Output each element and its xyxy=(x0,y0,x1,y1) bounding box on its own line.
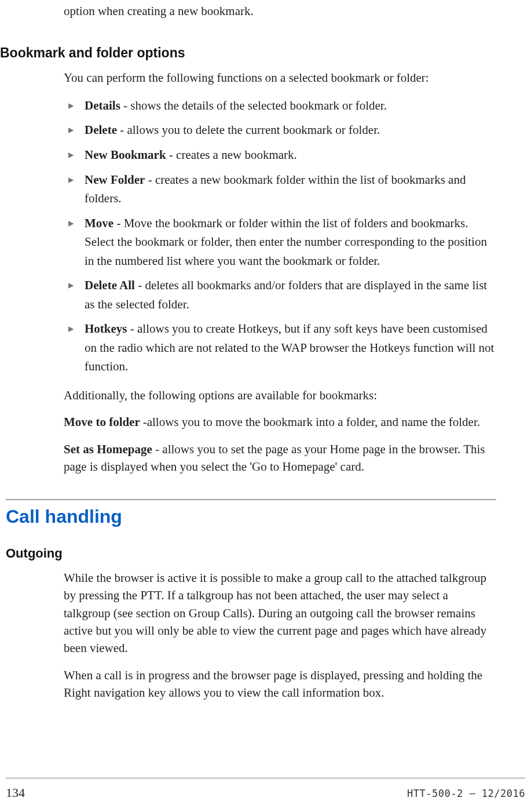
list-item: Delete - allows you to delete the curren… xyxy=(64,121,496,140)
option-desc: - allows you to create Hotkeys, but if a… xyxy=(85,322,494,373)
heading-bookmark-options: Bookmark and folder options xyxy=(0,45,496,61)
option-term: Details xyxy=(85,99,120,112)
outgoing-p2: When a call is in progress and the brows… xyxy=(64,667,496,702)
page-footer: 134 HTT-500-2 – 12/2016 xyxy=(6,785,525,800)
set-as-homepage-paragraph: Set as Homepage - allows you to set the … xyxy=(64,440,496,476)
continuation-fragment: option when creating a new bookmark. xyxy=(64,2,496,20)
option-desc: - deletes all bookmarks and/or folders t… xyxy=(85,278,487,311)
document-page: option when creating a new bookmark. Boo… xyxy=(0,2,531,812)
content-area: option when creating a new bookmark. Boo… xyxy=(6,2,496,702)
option-desc: - shows the details of the selected book… xyxy=(120,99,387,112)
option-desc: - allows you to delete the current bookm… xyxy=(117,123,380,137)
document-id: HTT-500-2 – 12/2016 xyxy=(407,788,525,799)
option-term: Move to folder xyxy=(64,415,143,429)
option-term: Hotkeys xyxy=(85,322,127,336)
list-item: New Folder - creates a new bookmark fold… xyxy=(64,170,496,208)
option-desc: -allows you to move the bookmark into a … xyxy=(143,415,480,429)
heading-outgoing: Outgoing xyxy=(6,546,496,561)
outgoing-p1: While the browser is active it is possib… xyxy=(64,569,496,657)
footer-divider xyxy=(6,778,525,778)
heading-call-handling: Call handling xyxy=(6,506,496,527)
intro-paragraph: You can perform the following functions … xyxy=(64,69,496,86)
option-desc: - creates a new bookmark. xyxy=(166,148,297,162)
list-item: Delete All - deletes all bookmarks and/o… xyxy=(64,276,496,314)
option-desc: - Move the bookmark or folder within the… xyxy=(85,216,487,268)
option-term: New Folder xyxy=(85,173,145,187)
list-item: Details - shows the details of the selec… xyxy=(64,96,496,115)
page-number: 134 xyxy=(6,785,25,800)
section-divider xyxy=(6,499,496,500)
option-term: Move xyxy=(85,216,113,230)
additional-intro: Additionally, the following options are … xyxy=(64,387,496,404)
option-term: Set as Homepage xyxy=(64,442,152,456)
move-to-folder-paragraph: Move to folder -allows you to move the b… xyxy=(64,413,496,431)
option-term: Delete xyxy=(85,123,117,137)
list-item: New Bookmark - creates a new bookmark. xyxy=(64,145,496,165)
list-item: Move - Move the bookmark or folder withi… xyxy=(64,214,496,271)
option-term: New Bookmark xyxy=(85,148,166,162)
list-item: Hotkeys - allows you to create Hotkeys, … xyxy=(64,319,496,376)
options-list: Details - shows the details of the selec… xyxy=(64,96,496,376)
option-term: Delete All xyxy=(85,278,135,292)
